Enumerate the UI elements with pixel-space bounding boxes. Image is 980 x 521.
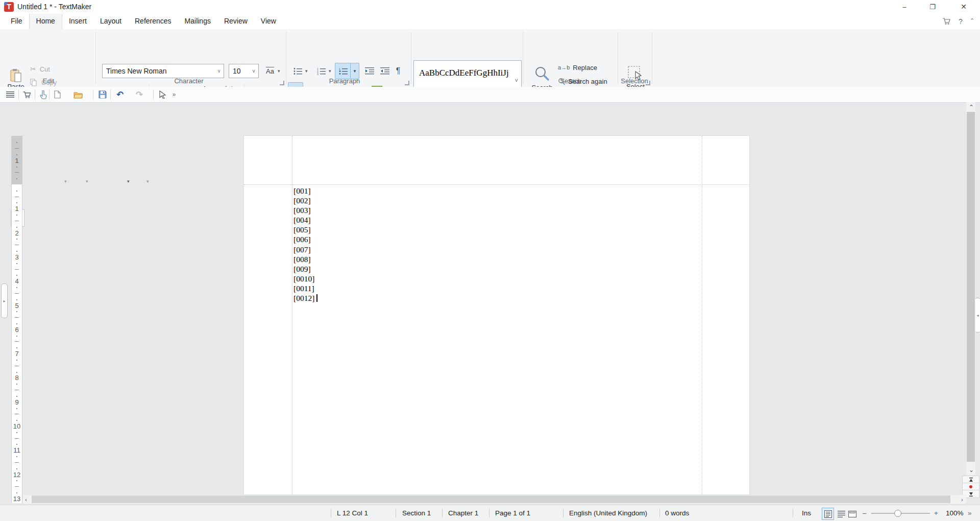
document-line[interactable]: [006] (293, 234, 317, 244)
page[interactable]: [001][002][003][004][005][006][007][008]… (244, 136, 749, 494)
title-bar: T Untitled 1 * - TextMaker – ❐ ✕ (0, 0, 980, 14)
scroll-up-icon[interactable]: ⌃ (969, 104, 974, 110)
document-area[interactable]: [001][002][003][004][005][006][007][008]… (0, 128, 966, 494)
menu-tab-file[interactable]: File (4, 14, 29, 29)
bullet-list-dropdown-arrow[interactable]: ▾ (305, 68, 308, 74)
menu-tab-references[interactable]: References (128, 14, 178, 29)
help-icon[interactable]: ? (959, 17, 963, 26)
scroll-left-icon[interactable]: ‹ (25, 496, 27, 503)
close-button[interactable]: ✕ (954, 0, 973, 14)
next-object-icon (969, 492, 973, 496)
pointer-arrow-icon (159, 90, 166, 99)
undo-button[interactable]: ↶ (114, 89, 126, 100)
new-document-button[interactable] (52, 89, 63, 100)
statusbar-overflow-button[interactable]: » (968, 509, 972, 517)
document-line[interactable]: [0010] (293, 274, 317, 283)
bullet-list-button[interactable] (291, 64, 304, 78)
scroll-down-icon[interactable]: ⌄ (969, 467, 974, 473)
menu-tab-insert[interactable]: Insert (62, 14, 93, 29)
menu-tab-view[interactable]: View (254, 14, 283, 29)
shop-button[interactable] (21, 89, 33, 100)
menu-tab-layout[interactable]: Layout (93, 14, 128, 29)
normal-view-button[interactable] (835, 508, 847, 520)
redo-button[interactable]: ↷ (134, 89, 145, 100)
toolbar-overflow-button[interactable]: » (168, 89, 180, 100)
document-line[interactable]: [0012] (293, 293, 317, 303)
zoom-level[interactable]: 100% (946, 509, 964, 517)
change-case-dropdown-arrow[interactable]: ▾ (278, 68, 280, 74)
horizontal-scrollbar[interactable]: ‹ › (23, 495, 966, 504)
page-indicator[interactable]: Page 1 of 1 (495, 509, 530, 517)
formatted-list-dropdown-arrow[interactable]: ▾ (350, 63, 359, 79)
shop-cart-icon[interactable] (942, 17, 951, 26)
document-line[interactable]: [003] (293, 205, 317, 215)
cart-icon (22, 90, 32, 99)
select-all-icon (628, 66, 643, 81)
group-separator (652, 32, 652, 84)
decrease-indent-button[interactable] (378, 64, 392, 78)
view-toolbars-button[interactable] (5, 89, 16, 100)
status-bar: L 12 Col 1 Section 1 Chapter 1 Page 1 of… (0, 505, 980, 521)
vertical-scrollbar-thumb[interactable] (967, 112, 975, 462)
zoom-out-button[interactable]: – (863, 509, 867, 517)
textmaker-app-icon: T (4, 2, 14, 12)
numbered-list-button[interactable]: 123 (314, 64, 328, 78)
horizontal-scrollbar-thumb[interactable] (32, 495, 950, 503)
text-boundary-right (702, 136, 702, 494)
change-case-button[interactable]: Aa (263, 64, 277, 78)
font-size-combo[interactable]: 10 ˅ (229, 64, 259, 78)
menu-tab-review[interactable]: Review (217, 14, 254, 29)
zoom-slider-knob[interactable] (894, 510, 901, 517)
scroll-right-icon[interactable]: › (961, 496, 963, 503)
document-line[interactable]: [0011] (293, 283, 317, 293)
styles-chevron-down-icon[interactable]: ˅ (515, 77, 518, 83)
section-indicator[interactable]: Section 1 (402, 509, 431, 517)
chevron-down-icon: ˅ (217, 68, 220, 74)
vertical-scrollbar[interactable]: ⌃ ⌄ (966, 102, 975, 476)
font-name-combo[interactable]: Times New Roman ˅ (102, 64, 224, 78)
object-mode-button[interactable] (157, 89, 168, 100)
increase-indent-button[interactable] (362, 64, 377, 78)
svg-text:1: 1 (339, 67, 340, 70)
numbered-list-dropdown-arrow[interactable]: ▾ (329, 68, 331, 74)
ruler-band: L 12345678910111213141516181 (0, 102, 980, 128)
style-preview: AaBbCcDdEeFfGgHhIiJj (419, 68, 509, 78)
document-line[interactable]: [001] (293, 186, 317, 196)
paragraph-dialog-launcher[interactable] (405, 81, 409, 85)
new-document-icon (54, 90, 61, 99)
numbered-list-icon: 123 (317, 67, 326, 75)
save-button[interactable] (97, 89, 108, 100)
touch-mode-button[interactable] (38, 89, 49, 100)
open-button[interactable] (72, 89, 84, 100)
insert-mode-indicator[interactable]: Ins (802, 509, 811, 517)
touch-hand-icon (40, 90, 47, 99)
menu-tab-mailings[interactable]: Mailings (178, 14, 217, 29)
document-line[interactable]: [008] (293, 254, 317, 264)
document-line[interactable]: [007] (293, 245, 317, 254)
search-again-button[interactable]: Search again (557, 76, 619, 87)
cursor-position[interactable]: L 12 Col 1 (337, 509, 368, 517)
collapse-ribbon-icon[interactable]: ⌃ (970, 17, 974, 24)
word-count[interactable]: 0 words (665, 509, 689, 517)
document-line[interactable]: [002] (293, 196, 317, 205)
group-separator (411, 32, 411, 84)
document-text[interactable]: [001][002][003][004][005][006][007][008]… (293, 186, 317, 303)
replace-icon: a→b (558, 64, 570, 70)
language-indicator[interactable]: English (United Kingdom) (569, 509, 647, 517)
restore-button[interactable]: ❐ (923, 0, 942, 14)
formatted-list-icon: 1 (339, 67, 348, 75)
zoom-in-button[interactable]: + (934, 509, 938, 517)
document-line[interactable]: [004] (293, 215, 317, 225)
minimize-button[interactable]: – (895, 0, 914, 14)
fullscreen-view-button[interactable] (846, 508, 859, 520)
formatted-list-button-active[interactable]: 1 (335, 63, 351, 79)
replace-button[interactable]: a→b Replace (557, 62, 615, 73)
increase-indent-icon (365, 67, 374, 75)
chapter-indicator[interactable]: Chapter 1 (448, 509, 478, 517)
pilcrow-button[interactable]: ¶ (392, 64, 404, 78)
page-view-button-active[interactable] (822, 508, 834, 520)
menu-tab-home[interactable]: Home (29, 14, 62, 29)
document-line[interactable]: [009] (293, 264, 317, 274)
document-line[interactable]: [005] (293, 225, 317, 234)
cut-button[interactable]: ✂ Cut (30, 63, 94, 75)
